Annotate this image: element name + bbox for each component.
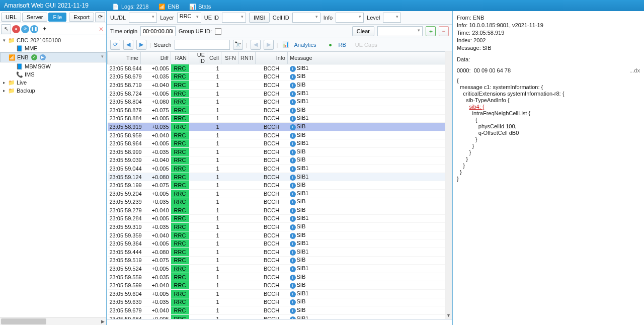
table-row[interactable]: 23:05:59.684+0.005RRC1BCCHiSIB1 (108, 314, 452, 319)
cell-msg: iSIB (288, 298, 452, 306)
table-row[interactable]: 23:05:58.999+0.035RRC1BCCHiSIB (108, 147, 452, 156)
add-filter-icon[interactable]: ＋ (426, 26, 436, 36)
table-row[interactable]: 23:05:58.644+0.005RRC1BCCHiSIB1 (108, 64, 452, 73)
col-rnti[interactable]: RNTI (238, 52, 256, 64)
table-row[interactable]: 23:05:59.679+0.040RRC1BCCHiSIB (108, 306, 452, 315)
url-button[interactable]: URL (1, 13, 21, 22)
col-message[interactable]: Message (288, 52, 452, 64)
groupueid-checkbox[interactable] (215, 28, 221, 35)
table-row[interactable]: 23:05:59.044+0.005RRC1BCCHiSIB1 (108, 165, 452, 173)
prev-icon[interactable]: ◀ (123, 40, 133, 50)
table-row[interactable]: 23:05:59.519+0.075RRC1BCCHiSIB (108, 256, 452, 265)
close-icon[interactable]: ✕ (97, 25, 105, 33)
table-row[interactable]: 23:05:59.444+0.080RRC1BCCHiSIB1 (108, 248, 452, 257)
tree-item-live[interactable]: ▸📁Live (0, 78, 106, 87)
cell-cell: 1 (207, 181, 221, 190)
table-row[interactable]: 23:05:58.804+0.080RRC1BCCHiSIB1 (108, 98, 452, 106)
tree-item-ims[interactable]: 📞IMS (0, 70, 106, 78)
table-row[interactable]: 23:05:59.284+0.005RRC1BCCHiSIB1 (108, 214, 452, 223)
table-row[interactable]: 23:05:59.204+0.005RRC1BCCHiSIB1 (108, 189, 452, 198)
save-filter-select[interactable] (377, 26, 423, 36)
level-select[interactable] (383, 13, 401, 23)
binoculars-icon[interactable]: 🔭 (233, 40, 243, 50)
col-ueid[interactable]: UE ID (189, 52, 207, 64)
export-button[interactable]: Export (69, 13, 94, 22)
cursor-icon[interactable]: ↖ (1, 24, 11, 34)
cell-msg: iSIB1 (288, 265, 452, 273)
tree-item-backup[interactable]: ▸📁Backup (0, 87, 106, 95)
prev-result-icon[interactable]: ◀ (251, 40, 261, 50)
search-input[interactable] (175, 40, 230, 50)
tab-2[interactable]: 📊Stats (184, 1, 216, 11)
col-info[interactable]: Info (256, 52, 288, 64)
table-row[interactable]: 23:05:58.959+0.040RRC1BCCHiSIB (108, 131, 452, 139)
tab-1[interactable]: 📶ENB (153, 1, 184, 11)
rb-link[interactable]: RB (338, 42, 346, 48)
table-row[interactable]: 23:05:59.599+0.040RRC1BCCHiSIB (108, 281, 452, 290)
tab-0[interactable]: 📄Logs: 2218 (107, 1, 153, 11)
table-row[interactable]: 23:05:59.524+0.005RRC1BCCHiSIB1 (108, 265, 452, 273)
cell-diff: +0.005 (141, 314, 171, 319)
table-row[interactable]: 23:05:59.559+0.035RRC1BCCHiSIB (108, 273, 452, 281)
table-row[interactable]: 23:05:59.319+0.035RRC1BCCHiSIB (108, 223, 452, 231)
clear-button[interactable]: Clear (352, 26, 374, 36)
ueid-select[interactable] (222, 13, 246, 23)
refresh-grid-icon[interactable]: ⟳ (110, 40, 120, 50)
table-row[interactable]: 23:05:59.359+0.040RRC1BCCHiSIB (108, 231, 452, 239)
tree-item-mme[interactable]: 📘MME (0, 44, 106, 52)
table-row[interactable]: 23:05:58.879+0.075RRC1BCCHiSIB (108, 106, 452, 114)
tree-twisty[interactable]: ▸ (2, 80, 7, 85)
table-row[interactable]: 23:05:59.639+0.035RRC1BCCHiSIB (108, 298, 452, 306)
pause-icon[interactable]: ❚❚ (30, 25, 38, 33)
col-diff[interactable]: Diff (141, 52, 171, 64)
table-row[interactable]: 23:05:59.239+0.035RRC1BCCHiSIB (108, 198, 452, 206)
table-row[interactable]: 23:05:58.719+0.040RRC1BCCHiSIB (108, 81, 452, 90)
next-icon[interactable]: ▶ (136, 40, 146, 50)
wand-icon[interactable]: ✦ (39, 24, 49, 34)
file-button[interactable]: File (48, 13, 66, 22)
table-row[interactable]: 23:05:58.919+0.035RRC1BCCHiSIB (108, 123, 452, 131)
uldl-select[interactable] (129, 13, 157, 23)
tree-twisty[interactable]: ▸ (2, 88, 7, 93)
table-row[interactable]: 23:05:59.364+0.005RRC1BCCHiSIB1 (108, 239, 452, 248)
table-row[interactable]: 23:05:58.679+0.035RRC1BCCHiSIB (108, 72, 452, 81)
table-row[interactable]: 23:05:59.039+0.040RRC1BCCHiSIB (108, 156, 452, 165)
info-select[interactable] (336, 13, 364, 23)
cell-info: BCCH (256, 189, 288, 198)
timeorigin-input[interactable] (140, 26, 176, 36)
record-icon[interactable]: ● (12, 25, 20, 33)
col-ran[interactable]: RAN (171, 52, 189, 64)
scroll-right-icon[interactable]: ▶ (99, 317, 106, 325)
cell-rnti (238, 198, 256, 206)
scroll-down-icon[interactable]: ▼ (446, 312, 451, 319)
remove-filter-icon[interactable]: − (439, 26, 449, 36)
imsi-button[interactable]: IMSI (249, 13, 270, 23)
tree-twisty[interactable]: ▾ (2, 38, 7, 43)
scroll-thumb[interactable] (1, 318, 46, 324)
cellid-select[interactable] (292, 13, 320, 23)
next-result-icon[interactable]: ▶ (264, 40, 274, 50)
col-sfn[interactable]: SFN (221, 52, 238, 64)
table-row[interactable]: 23:05:59.604+0.005RRC1BCCHiSIB1 (108, 290, 452, 298)
table-row[interactable]: 23:05:58.884+0.005RRC1BCCHiSIB1 (108, 114, 452, 123)
v-scrollbar[interactable]: ▼ (445, 51, 452, 319)
col-cell[interactable]: Cell (207, 52, 221, 64)
tree-item-cbc-2021050100[interactable]: ▾📁CBC-2021050100 (0, 36, 106, 44)
log-grid[interactable]: TimeDiffRANUE IDCellSFNRNTIInfoMessage 2… (107, 51, 452, 319)
h-scrollbar[interactable]: ◀ ▶ (0, 317, 106, 325)
table-row[interactable]: 23:05:59.124+0.080RRC1BCCHiSIB1 (108, 173, 452, 181)
analytics-link[interactable]: Analytics (294, 42, 316, 48)
tree-item-enb[interactable]: 📶ENB✓▶ (0, 52, 106, 62)
table-row[interactable]: 23:05:58.724+0.005RRC1BCCHiSIB1 (108, 89, 452, 98)
table-row[interactable]: 23:05:59.199+0.075RRC1BCCHiSIB (108, 181, 452, 190)
server-button[interactable]: Server (22, 13, 47, 22)
table-row[interactable]: 23:05:59.279+0.040RRC1BCCHiSIB (108, 206, 452, 215)
tree-item-mbmsgw[interactable]: 📘MBMSGW (0, 62, 106, 70)
cell-info: BCCH (256, 114, 288, 123)
layer-select[interactable]: RRC (177, 13, 201, 23)
reload-icon[interactable]: ⟳ (21, 25, 29, 33)
cell-diff: +0.035 (141, 147, 171, 156)
table-row[interactable]: 23:05:58.964+0.005RRC1BCCHiSIB1 (108, 139, 452, 148)
refresh-icon[interactable]: ⟳ (95, 12, 105, 22)
col-time[interactable]: Time (108, 52, 141, 64)
